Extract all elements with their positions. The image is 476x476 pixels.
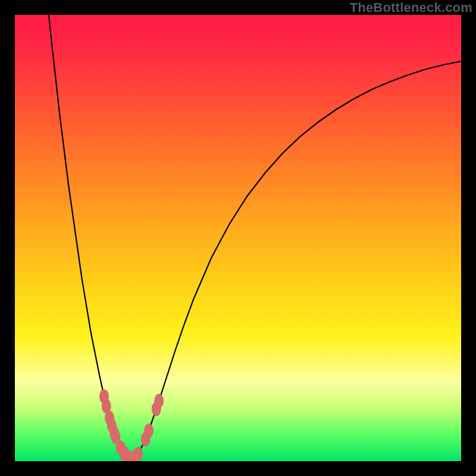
curve-marker	[133, 447, 143, 461]
curve-marker	[154, 394, 164, 408]
chart-frame: TheBottleneck.com	[0, 0, 476, 476]
curve-markers	[99, 389, 164, 461]
watermark-text: TheBottleneck.com	[350, 0, 472, 15]
curve-marker	[144, 424, 154, 438]
plot-area	[15, 15, 461, 461]
curve-svg	[15, 15, 461, 461]
bottleneck-curve	[48, 15, 461, 459]
